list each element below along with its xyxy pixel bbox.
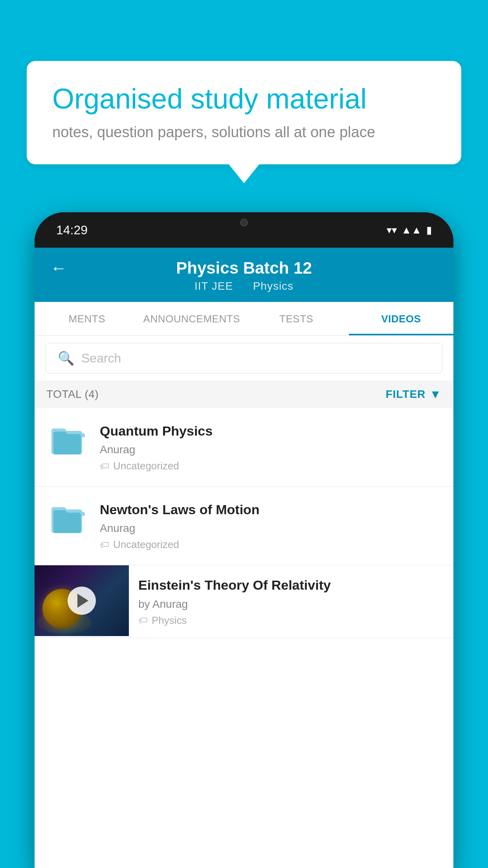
video-list: Quantum Physics Anurag 🏷 Uncategorized [35,408,453,638]
filter-button[interactable]: FILTER ▼ [385,388,442,401]
signal-icon: ▲▲ [402,224,422,236]
tabs-bar: MENTS ANNOUNCEMENTS TESTS VIDEOS [35,302,453,336]
header-top-row: ← Physics Batch 12 [50,259,438,278]
play-triangle-icon [77,594,88,608]
video-folder-icon-area [46,422,89,458]
app-header: ← Physics Batch 12 IIT JEE Physics [35,248,453,302]
list-item[interactable]: Newton's Laws of Motion Anurag 🏷 Uncateg… [35,487,453,565]
camera-dot [240,219,248,226]
speech-bubble: Organised study material notes, question… [27,61,461,164]
video-folder-icon-area-2 [46,501,89,536]
phone-time: 14:29 [56,223,88,237]
thumb-video-tag: 🏷 Physics [138,614,444,627]
video-title: Quantum Physics [100,422,442,440]
video-thumbnail-image [35,565,129,636]
thumb-video-author: by Anurag [138,598,444,611]
phone-status-bar: 14:29 ▾▾ ▲▲ ▮ [35,212,453,248]
phone-frame: 14:29 ▾▾ ▲▲ ▮ ← Physics Batch 12 IIT JEE… [35,212,453,868]
tab-announcements[interactable]: ANNOUNCEMENTS [139,302,244,335]
back-button[interactable]: ← [50,259,67,278]
folder-icon [50,422,85,458]
thumb-video-title: Einstein's Theory Of Relativity [138,576,444,594]
tag-icon-2: 🏷 [100,539,109,550]
app-subtitle-row: IIT JEE Physics [194,280,294,292]
play-button[interactable] [68,587,96,615]
tab-videos[interactable]: VIDEOS [349,302,454,335]
video-author-2: Anurag [100,522,442,535]
battery-icon: ▮ [426,224,432,236]
video-tag-2: 🏷 Uncategorized [100,539,442,551]
total-count: TOTAL (4) [46,388,99,401]
search-placeholder: Search [81,351,121,366]
tag-label: Uncategorized [113,460,179,472]
wifi-icon: ▾▾ [387,224,397,236]
phone-notch [213,212,275,233]
app-title: Physics Batch 12 [176,259,312,278]
tag-label-2: Uncategorized [113,539,179,551]
speech-bubble-container: Organised study material notes, question… [27,61,461,164]
tag-icon-3: 🏷 [138,615,148,626]
video-title-2: Newton's Laws of Motion [100,501,442,518]
app-subtitle-separator [240,280,247,292]
list-item-thumbnail[interactable]: Einstein's Theory Of Relativity by Anura… [35,565,453,638]
search-icon: 🔍 [58,350,74,366]
search-bar[interactable]: 🔍 Search [46,343,442,373]
video-info: Quantum Physics Anurag 🏷 Uncategorized [100,422,442,472]
tag-label-3: Physics [152,614,187,627]
status-icons: ▾▾ ▲▲ ▮ [387,224,432,236]
app-subtitle-iitjee: IIT JEE [194,280,233,292]
search-container: 🔍 Search [35,336,453,381]
speech-bubble-heading: Organised study material [52,83,436,115]
folder-icon-2 [50,501,85,536]
filter-funnel-icon: ▼ [429,388,442,401]
list-item[interactable]: Quantum Physics Anurag 🏷 Uncategorized [35,408,453,487]
tab-tests[interactable]: TESTS [244,302,349,335]
filter-label: FILTER [385,388,426,401]
tab-ments[interactable]: MENTS [35,302,139,335]
app-screen: ← Physics Batch 12 IIT JEE Physics MENTS… [35,248,453,868]
filter-bar: TOTAL (4) FILTER ▼ [35,381,453,408]
video-author: Anurag [100,443,442,456]
thumb-video-info: Einstein's Theory Of Relativity by Anura… [129,565,453,637]
tag-icon: 🏷 [100,461,109,472]
video-info-2: Newton's Laws of Motion Anurag 🏷 Uncateg… [100,501,442,551]
video-tag: 🏷 Uncategorized [100,460,442,472]
app-subtitle-physics: Physics [253,280,294,292]
speech-bubble-subtext: notes, question papers, solutions all at… [52,124,436,141]
